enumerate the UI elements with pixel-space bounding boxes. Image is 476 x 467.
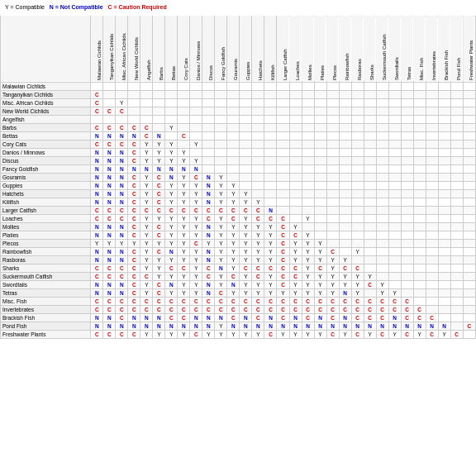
cell-13-6: Y bbox=[165, 189, 178, 198]
cell-22-26 bbox=[413, 264, 426, 272]
cell-15-28 bbox=[438, 206, 450, 214]
cell-27-25: C bbox=[401, 305, 413, 313]
cell-6-24 bbox=[388, 131, 401, 140]
cell-12-14 bbox=[264, 181, 277, 189]
cell-30-29: C bbox=[450, 330, 463, 338]
cell-8-17 bbox=[302, 148, 314, 156]
cell-23-8: Y bbox=[190, 272, 202, 280]
cell-29-21: N bbox=[351, 322, 364, 330]
cell-25-5: C bbox=[153, 288, 165, 297]
cell-12-18 bbox=[314, 181, 326, 189]
cell-30-13: Y bbox=[252, 330, 264, 338]
row-label: Sharks bbox=[1, 264, 91, 272]
cell-12-11: Y bbox=[227, 181, 240, 189]
cell-24-18: Y bbox=[314, 280, 326, 288]
cell-4-26 bbox=[413, 115, 426, 123]
cell-12-17 bbox=[302, 181, 314, 189]
cell-1-29 bbox=[450, 90, 463, 98]
cell-5-4: C bbox=[140, 123, 153, 131]
cell-0-15 bbox=[277, 82, 289, 90]
cell-9-27 bbox=[426, 156, 438, 164]
cell-22-20: C bbox=[339, 264, 351, 272]
cell-1-10 bbox=[215, 90, 227, 98]
row-label: Suckermouth Catfish bbox=[1, 272, 91, 280]
cell-13-28 bbox=[438, 189, 450, 198]
cell-24-22: C bbox=[364, 280, 376, 288]
cell-18-30 bbox=[463, 231, 475, 239]
cell-14-5: C bbox=[153, 198, 165, 206]
cell-21-6: Y bbox=[165, 255, 178, 264]
col-header-20: Rainbowfish bbox=[339, 16, 351, 82]
cell-5-13 bbox=[252, 123, 264, 131]
row-label: Brackish Fish bbox=[1, 313, 91, 322]
cell-28-16: N bbox=[289, 313, 302, 322]
cell-5-6: Y bbox=[165, 123, 178, 131]
cell-30-26: Y bbox=[413, 330, 426, 338]
cell-2-15 bbox=[277, 98, 289, 107]
cell-23-5: Y bbox=[153, 272, 165, 280]
cell-16-7: Y bbox=[178, 214, 190, 222]
row-label: Freshwater Plants bbox=[1, 330, 91, 338]
cell-22-4: Y bbox=[140, 264, 153, 272]
cell-28-29 bbox=[450, 313, 463, 322]
cell-1-15 bbox=[277, 90, 289, 98]
row-label: Danios / Minnows bbox=[1, 148, 91, 156]
cell-15-29 bbox=[450, 206, 463, 214]
cell-3-18 bbox=[314, 107, 326, 115]
cell-1-7 bbox=[178, 90, 190, 98]
cell-19-19 bbox=[326, 239, 339, 247]
cell-0-29 bbox=[450, 82, 463, 90]
cell-24-30 bbox=[463, 280, 475, 288]
cell-10-8: N bbox=[190, 164, 202, 173]
cell-28-6: C bbox=[165, 313, 178, 322]
cell-24-9: N bbox=[202, 280, 215, 288]
row-label: Misc. African Cichlids bbox=[1, 98, 91, 107]
cell-8-1: N bbox=[103, 148, 116, 156]
cell-13-13 bbox=[252, 189, 264, 198]
cell-2-20 bbox=[339, 98, 351, 107]
cell-16-6: Y bbox=[165, 214, 178, 222]
cell-22-9: C bbox=[202, 264, 215, 272]
cell-5-17 bbox=[302, 123, 314, 131]
cell-26-7: C bbox=[178, 297, 190, 305]
cell-18-0: N bbox=[91, 231, 103, 239]
cell-3-6 bbox=[165, 107, 178, 115]
cell-27-0: C bbox=[91, 305, 103, 313]
cell-1-2 bbox=[116, 90, 128, 98]
cell-27-14: C bbox=[264, 305, 277, 313]
cell-21-15: C bbox=[277, 255, 289, 264]
cell-19-14: Y bbox=[264, 239, 277, 247]
cell-30-18: Y bbox=[314, 330, 326, 338]
cell-12-2: N bbox=[116, 181, 128, 189]
cell-25-13: Y bbox=[252, 288, 264, 297]
cell-29-17: N bbox=[302, 322, 314, 330]
cell-28-7: C bbox=[178, 313, 190, 322]
cell-3-30 bbox=[463, 107, 475, 115]
cell-12-8: Y bbox=[190, 181, 202, 189]
cell-11-2: N bbox=[116, 173, 128, 181]
cell-10-1: N bbox=[103, 164, 116, 173]
cell-16-4: Y bbox=[140, 214, 153, 222]
cell-1-18 bbox=[314, 90, 326, 98]
cell-0-13 bbox=[252, 82, 264, 90]
cell-7-18 bbox=[314, 140, 326, 148]
cell-8-27 bbox=[426, 148, 438, 156]
cell-11-13 bbox=[252, 173, 264, 181]
cell-28-19: C bbox=[326, 313, 339, 322]
cell-28-5: N bbox=[153, 313, 165, 322]
cell-29-16: N bbox=[289, 322, 302, 330]
cell-1-20 bbox=[339, 90, 351, 98]
cell-14-26 bbox=[413, 198, 426, 206]
cell-8-22 bbox=[364, 148, 376, 156]
table-row: Cory CatsCCCCYYYY bbox=[1, 140, 476, 148]
row-label: Larger Catfish bbox=[1, 206, 91, 214]
cell-2-16 bbox=[289, 98, 302, 107]
cell-25-8: Y bbox=[190, 288, 202, 297]
cell-0-16 bbox=[289, 82, 302, 90]
cell-11-5: C bbox=[153, 173, 165, 181]
cell-5-9 bbox=[202, 123, 215, 131]
cell-22-30 bbox=[463, 264, 475, 272]
cell-14-3: C bbox=[128, 198, 140, 206]
cell-18-1: N bbox=[103, 231, 116, 239]
cell-6-29 bbox=[450, 131, 463, 140]
